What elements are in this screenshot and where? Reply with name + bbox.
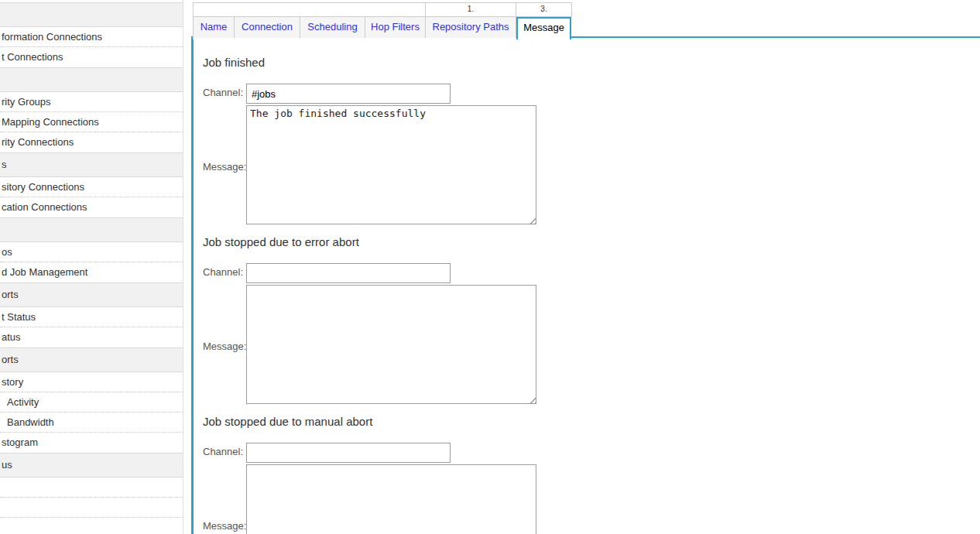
sidebar-item[interactable]: orts	[0, 347, 183, 372]
message-tab-panel: Job finished Channel: Message: The job f…	[191, 36, 980, 534]
section-title: Job finished	[203, 56, 265, 69]
tab-scheduling[interactable]: Scheduling	[300, 17, 365, 38]
sidebar-item[interactable]: Mapping Connections	[0, 112, 183, 132]
sidebar-item-label: atus	[0, 327, 183, 347]
sidebar-item[interactable]: atus	[0, 327, 183, 347]
tab-connection[interactable]: Connection	[235, 17, 300, 38]
sidebar-item-label: formation Connections	[0, 27, 183, 46]
sidebar-item-label: os	[0, 242, 183, 262]
sidebar-item[interactable]: story	[0, 372, 183, 392]
sidebar-item[interactable]: rity Groups	[0, 92, 183, 112]
sidebar-item[interactable]	[0, 518, 183, 534]
sidebar-item[interactable]: Bandwidth	[0, 412, 183, 433]
sidebar-item-label: sitory Connections	[0, 177, 183, 197]
channel-input[interactable]	[246, 263, 451, 283]
sidebar-item-label: stogram	[0, 433, 183, 452]
sidebar-item-label: d Job Management	[0, 262, 183, 282]
sidebar-item[interactable]: orts	[0, 282, 183, 307]
tab-badge-empty	[194, 3, 426, 16]
tab-name[interactable]: Name	[194, 17, 235, 38]
sidebar-item-label: rity Connections	[0, 132, 183, 152]
sidebar-item[interactable]	[0, 217, 183, 242]
sidebar-item[interactable]: formation Connections	[0, 27, 183, 47]
sidebar-item-label: s	[0, 153, 183, 176]
tab-badge-message: 3.	[516, 3, 571, 16]
channel-input[interactable]	[246, 443, 451, 463]
sidebar-item-label: orts	[0, 348, 183, 371]
message-textarea[interactable]	[246, 464, 536, 534]
sidebar-item[interactable]: rity Connections	[0, 132, 183, 152]
sidebar-item-label: story	[0, 372, 183, 392]
sidebar-item-label: Activity	[0, 392, 183, 412]
sidebar-item-label: t Connections	[0, 47, 183, 67]
sidebar-item-label: rity Groups	[0, 92, 183, 111]
section-title: Job stopped due to manual abort	[203, 415, 372, 428]
sidebar-item[interactable]: us	[0, 453, 183, 478]
channel-label: Channel:	[203, 443, 243, 461]
sidebar-item[interactable]: t Status	[0, 307, 183, 327]
sidebar-item[interactable]	[0, 2, 183, 27]
message-textarea-wrap	[246, 464, 536, 534]
app-window: { "sidebar": { "items": [ {"label": "", …	[0, 0, 980, 534]
sidebar-item-label: orts	[0, 283, 183, 306]
sidebar-item-label: Mapping Connections	[0, 112, 183, 132]
tab-row: Name Connection Scheduling Hop Filters R…	[193, 17, 572, 39]
message-label: Message:	[203, 158, 246, 176]
tab-badge-repository-paths: 1.	[426, 3, 516, 16]
message-textarea[interactable]: The job finished successfully	[246, 105, 536, 224]
section-title: Job stopped due to error abort	[203, 235, 359, 248]
sidebar-item[interactable]: cation Connections	[0, 197, 183, 217]
sidebar-item-label: us	[0, 454, 183, 477]
sidebar-item[interactable]	[0, 478, 183, 498]
channel-input[interactable]	[246, 84, 451, 104]
sidebar-item-label: cation Connections	[0, 197, 183, 217]
tab-strip: 1. 3. Name Connection Scheduling Hop Fil…	[193, 2, 572, 39]
sidebar-item[interactable]: sitory Connections	[0, 177, 183, 197]
tab-message[interactable]: Message	[516, 17, 571, 39]
message-textarea-wrap: The job finished successfully	[246, 105, 536, 224]
sidebar-item[interactable]: Activity	[0, 392, 183, 412]
tab-badge-row: 1. 3.	[193, 2, 572, 17]
sidebar-item[interactable]: os	[0, 242, 183, 262]
sidebar-item[interactable]	[0, 498, 183, 518]
message-label: Message:	[203, 517, 246, 534]
channel-label: Channel:	[203, 84, 243, 102]
message-label: Message:	[203, 337, 246, 356]
sidebar-item[interactable]: s	[0, 152, 183, 177]
sidebar-item[interactable]	[0, 67, 183, 92]
sidebar-item-label: Bandwidth	[0, 412, 183, 432]
sidebar-item[interactable]: t Connections	[0, 47, 183, 67]
sidebar-item[interactable]: d Job Management	[0, 262, 183, 282]
channel-label: Channel:	[203, 263, 243, 282]
tab-repository-paths[interactable]: Repository Paths	[426, 17, 516, 38]
message-textarea-wrap	[246, 285, 536, 404]
sidebar: formation Connections t Connections rity…	[0, 0, 183, 534]
sidebar-item[interactable]: stogram	[0, 433, 183, 453]
sidebar-item-label: t Status	[0, 307, 183, 327]
tab-hop-filters[interactable]: Hop Filters	[365, 17, 426, 38]
message-textarea[interactable]	[246, 285, 536, 404]
